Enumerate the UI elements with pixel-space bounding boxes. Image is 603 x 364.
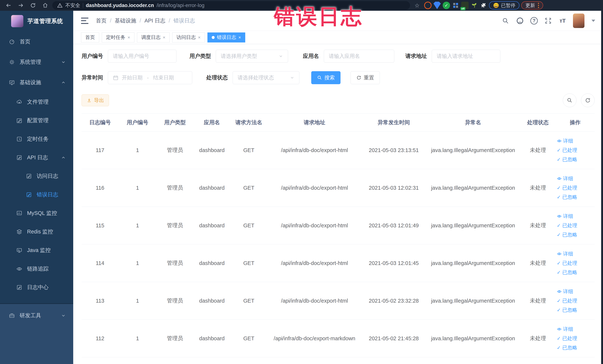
mark-processed-link[interactable]: ✓已处理 xyxy=(557,297,577,304)
eye-icon xyxy=(557,251,562,256)
tab-home[interactable]: 首页 xyxy=(81,33,99,42)
header-search-button[interactable] xyxy=(501,17,510,25)
detail-link[interactable]: 详细 xyxy=(557,138,573,144)
extension-orange-icon[interactable] xyxy=(424,2,431,9)
profile-paused-pill[interactable]: 😄 已暂停 xyxy=(489,1,519,10)
sidebar-item-file-management[interactable]: 文件管理 xyxy=(0,93,73,111)
sidebar-item-log-center[interactable]: 日志中心 xyxy=(0,278,73,297)
user-type-select[interactable]: 请选择用户类型 xyxy=(216,50,288,63)
mark-processed-link[interactable]: ✓已处理 xyxy=(557,185,577,191)
github-link-button[interactable] xyxy=(516,17,524,25)
mark-processed-link[interactable]: ✓已处理 xyxy=(557,260,577,267)
mark-ignored-link[interactable]: ✓已忽略 xyxy=(557,156,577,163)
select-placeholder: 请选择用户类型 xyxy=(221,53,257,60)
browser-forward-button[interactable] xyxy=(16,1,26,10)
sidebar-item-java-monitor[interactable]: Java 监控 xyxy=(0,241,73,260)
collapse-sidebar-button[interactable] xyxy=(81,18,88,24)
sidebar-item-error-log[interactable]: 错误日志 xyxy=(0,186,73,204)
browser-back-button[interactable] xyxy=(3,1,14,10)
sidebar-item-system-management[interactable]: 系统管理 xyxy=(0,52,73,72)
breadcrumb-item[interactable]: API 日志 xyxy=(144,17,165,24)
sidebar-item-label: Redis 监控 xyxy=(27,228,53,235)
mark-ignored-link[interactable]: ✓已忽略 xyxy=(557,269,577,276)
sidebar-item-dev-tools[interactable]: 研发工具 xyxy=(0,305,73,326)
mark-ignored-link[interactable]: ✓已忽略 xyxy=(557,307,577,313)
extension-switch-icon[interactable]: off xyxy=(461,2,469,9)
sidebar-item-scheduled-tasks[interactable]: 定时任务 xyxy=(0,130,73,148)
browser-reload-button[interactable] xyxy=(28,1,38,10)
error-log-table: 日志编号 用户编号 用户类型 应用名 请求方法名 请求地址 异常发生时间 异常名… xyxy=(81,114,595,357)
cell-user-id: 1 xyxy=(118,244,156,282)
column-header-exception: 异常名 xyxy=(426,114,520,131)
request-url-input[interactable] xyxy=(432,50,500,63)
refresh-table-button[interactable] xyxy=(581,94,595,107)
cell-method: GET xyxy=(231,244,267,282)
avatar-caret-icon[interactable] xyxy=(591,20,595,22)
mark-ignored-link[interactable]: ✓已忽略 xyxy=(557,194,577,200)
cell-url: /api/infra/db-doc/export-html xyxy=(267,282,362,320)
chevron-down-icon xyxy=(290,75,294,80)
detail-link[interactable]: 详细 xyxy=(557,175,573,182)
search-button[interactable]: 搜索 xyxy=(311,71,340,84)
check-icon: ✓ xyxy=(557,157,561,162)
user-avatar[interactable] xyxy=(573,13,584,28)
mark-processed-link[interactable]: ✓已处理 xyxy=(557,335,577,342)
check-icon: ✓ xyxy=(557,270,561,275)
extension-gem-icon[interactable] xyxy=(433,2,441,9)
search-button-label: 搜索 xyxy=(325,74,335,81)
app-name-input[interactable] xyxy=(324,50,394,63)
sidebar-item-home[interactable]: 首页 xyxy=(0,32,73,52)
cell-user-type: 管理员 xyxy=(156,169,193,207)
close-icon[interactable]: × xyxy=(128,35,130,40)
sidebar-item-trace[interactable]: 链路追踪 xyxy=(0,260,73,278)
sidebar-item-infrastructure[interactable]: 基础设施 xyxy=(0,72,73,93)
chevron-up-icon xyxy=(61,155,66,160)
tab-access-log[interactable]: 访问日志 × xyxy=(172,33,205,42)
fullscreen-button[interactable] xyxy=(544,17,552,25)
sidebar-item-config-management[interactable]: 配置管理 xyxy=(0,111,73,130)
exception-time-range-picker[interactable]: 开始日期 - 结束日期 xyxy=(108,71,192,84)
mark-processed-link[interactable]: ✓已处理 xyxy=(557,222,577,229)
cell-user-id: 1 xyxy=(118,207,156,244)
process-status-select[interactable]: 请选择处理状态 xyxy=(233,71,299,84)
browser-home-button[interactable] xyxy=(40,1,50,10)
app-logo-row[interactable]: 芋道管理系统 xyxy=(0,11,73,32)
bookmark-star-button[interactable]: ☆ xyxy=(412,1,422,10)
extension-sprout-icon[interactable]: 🌱 xyxy=(470,2,478,9)
sidebar-item-access-log[interactable]: 访问日志 xyxy=(0,167,73,186)
close-icon[interactable]: × xyxy=(238,35,241,40)
mark-ignored-link[interactable]: ✓已忽略 xyxy=(557,344,577,351)
tab-schedule-log[interactable]: 调度日志 × xyxy=(137,33,170,42)
font-size-button[interactable]: тT xyxy=(558,17,567,25)
close-icon[interactable]: × xyxy=(163,35,165,40)
export-button[interactable]: 导出 xyxy=(81,94,109,106)
sidebar-item-label: 系统管理 xyxy=(20,59,41,66)
breadcrumb-item[interactable]: 首页 xyxy=(96,17,107,24)
mark-processed-link[interactable]: ✓已处理 xyxy=(557,147,577,153)
toggle-search-button[interactable] xyxy=(563,94,577,107)
tab-scheduled-tasks[interactable]: 定时任务 × xyxy=(102,33,134,42)
user-id-input[interactable] xyxy=(108,50,176,63)
window-scrollbar-edge[interactable] xyxy=(601,11,603,364)
extension-check-icon[interactable]: ✓ xyxy=(443,2,450,9)
detail-link[interactable]: 详细 xyxy=(557,288,573,295)
active-tab-dot xyxy=(212,36,215,39)
extension-grid-icon[interactable] xyxy=(452,2,459,9)
mark-ignored-link[interactable]: ✓已忽略 xyxy=(557,231,577,238)
sidebar-item-redis-monitor[interactable]: Redis 监控 xyxy=(0,223,73,241)
extensions-puzzle-button[interactable]: 🧩 xyxy=(480,2,487,9)
detail-link[interactable]: 详细 xyxy=(557,326,573,332)
detail-link[interactable]: 详细 xyxy=(557,213,573,220)
check-icon: ✓ xyxy=(557,261,561,266)
sidebar-item-mysql-monitor[interactable]: MySQL 监控 xyxy=(0,204,73,223)
cell-time: 2021-05-02 23:32:28 xyxy=(362,282,426,320)
reset-button[interactable]: 重置 xyxy=(350,71,380,84)
close-icon[interactable]: × xyxy=(198,35,201,40)
sidebar-item-api-logs[interactable]: API 日志 xyxy=(0,148,73,167)
breadcrumb-item[interactable]: 基础设施 xyxy=(115,17,136,24)
detail-link[interactable]: 详细 xyxy=(557,250,573,257)
tab-error-log[interactable]: 错误日志 × xyxy=(208,33,245,42)
tab-label: 首页 xyxy=(85,34,95,41)
help-button[interactable]: ? xyxy=(530,17,538,24)
browser-update-button[interactable]: 更新 xyxy=(521,1,543,10)
